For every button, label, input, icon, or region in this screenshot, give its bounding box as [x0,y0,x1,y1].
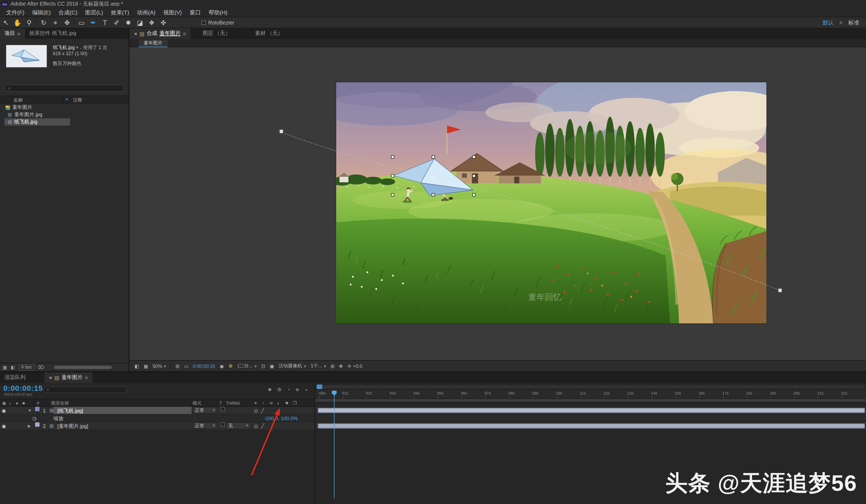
resolution-dropdown[interactable]: (二分... ▾ [238,363,257,369]
trash-icon[interactable]: ⌦ [38,365,45,370]
blend-mode-dropdown[interactable]: 正常 ▾ [192,407,217,413]
menu-item[interactable]: 效果(T) [107,9,133,16]
graph-editor-icon[interactable]: ⌁ [305,387,308,392]
rotobezier-checkbox[interactable] [201,20,206,25]
preserve-transparency-checkbox[interactable] [220,422,225,427]
snapshot-icon[interactable]: ◉ [220,363,224,369]
brush-tool-icon[interactable]: ✐ [111,17,122,28]
magnification-dropdown[interactable]: 50% ▾ [153,363,166,369]
layer-color-swatch[interactable] [35,422,40,427]
column-divider[interactable] [63,96,63,103]
menu-item[interactable]: 动画(A) [133,9,159,16]
region-of-interest-icon[interactable]: ▭ [184,363,189,369]
pan-behind-tool-icon[interactable]: ✥ [62,17,73,28]
project-grid-icon[interactable]: ▦ [3,365,7,370]
stopwatch-icon[interactable]: ◷ [32,414,36,422]
puppet-pin-tool-icon[interactable]: ✜ [158,17,169,28]
draft-3d-icon[interactable]: ✇ [277,387,281,392]
menu-item[interactable]: 图层(L) [81,9,107,16]
menu-item[interactable]: 帮助(H) [204,9,231,16]
layer-visibility-toggle[interactable]: ◉ [2,407,6,414]
layer-2-track[interactable] [315,422,866,430]
project-item-footage-selected[interactable]: ▤ 纸飞机.jpg [0,118,129,125]
property-name-scale[interactable]: 缩放 [53,414,64,422]
hand-tool-icon[interactable]: ✋ [12,17,23,28]
tab-project[interactable]: 项目 ≡ [0,28,25,39]
workspace-menu-icon[interactable]: ≡ [839,20,843,25]
selection-tool-icon[interactable]: ↖ [0,17,12,28]
workspace-default[interactable]: 默认 [823,19,834,26]
rotation-tool-icon[interactable]: ↻ [38,17,49,28]
close-icon[interactable]: × [49,375,52,381]
rotobezier-option[interactable]: RotoBezier [201,20,234,25]
menu-item[interactable]: 视图(V) [159,9,186,16]
workspace-standard[interactable]: 标准 [848,19,859,26]
work-area-bar[interactable] [315,399,866,402]
layer-row-1[interactable]: ◉ ▼ 1 ▤ [纸飞机.jpg] 正常 ▾ ◎ ╱ [0,407,314,414]
close-icon[interactable]: × [134,31,137,37]
comment-column-label[interactable]: 注释 [73,97,82,104]
composition-viewer[interactable]: 童年回忆 [130,47,866,360]
sort-ascending-icon[interactable]: ▲ [65,97,68,101]
shape-tool-icon[interactable]: ▭ [76,17,88,28]
eraser-tool-icon[interactable]: ◪ [134,17,146,28]
pixel-aspect-icon[interactable]: ▣ [270,363,274,369]
pen-tool-icon[interactable]: ✒ [88,17,99,28]
scale-value[interactable]: -100.0, 100.0% [264,414,298,422]
grid-guides-icon[interactable]: ⊞ [176,363,179,369]
work-area-start-marker[interactable] [317,385,322,389]
text-tool-icon[interactable]: T [99,17,111,28]
layer-1-track[interactable] [315,407,866,414]
camera-tool-icon[interactable]: ⌖ [49,17,62,28]
menu-item[interactable]: 窗口 [186,9,204,16]
panel-menu-icon[interactable]: ≡ [17,31,21,37]
project-search-box[interactable]: ⌕ [4,84,125,92]
camera-view-dropdown[interactable]: 活动摄像机 ▾ [278,363,306,369]
target-region-icon[interactable]: ⊡ [261,363,265,369]
layer-name[interactable]: [童年图片.jpg] [57,422,88,430]
menu-item[interactable]: 文件(F) [2,9,28,16]
channels-icon[interactable] [228,363,233,368]
view-layout-dropdown[interactable]: 1个... ▾ [311,363,326,369]
tab-composition[interactable]: × ▤ 合成 童年图片 ≡ [130,28,190,39]
viewer-tab-comp[interactable]: 童年图片 [139,39,168,47]
tab-footage[interactable]: 素材 （无） [251,28,288,39]
parent-pickwhip-icon[interactable]: ◎ [254,422,258,430]
frame-blend-master-icon[interactable]: ≋ [296,387,300,392]
bit-depth-button[interactable]: 8 bpc [19,364,34,370]
flowchart-icon[interactable]: ❖ [267,387,272,392]
path-end-handle[interactable] [778,288,782,293]
viewer-time-display[interactable]: 0:00:00:15 [193,363,215,369]
layer-name-column-label[interactable]: 图层名称 [51,400,69,407]
tab-layer[interactable]: 图层 （无） [198,28,235,39]
layer-expander-open[interactable]: ▼ [28,407,32,414]
menu-item[interactable]: 合成(C) [55,9,81,16]
menu-item[interactable]: 编辑(E) [28,9,55,16]
parent-pickwhip-icon[interactable]: ◎ [254,407,258,414]
zoom-tool-icon[interactable]: ⚲ [23,17,35,28]
layer-expander-closed[interactable]: ▶ [28,422,31,430]
current-time-display[interactable]: 0:00:00:15 [3,384,43,392]
tab-render-queue[interactable]: 渲染队列 [0,373,30,383]
project-item-footage[interactable]: ▤ 童年图片.jpg [0,111,129,118]
tab-timeline-comp[interactable]: × ▤ 童年图片 ≡ [45,373,92,383]
preserve-transparency-checkbox[interactable] [220,407,225,411]
tab-effect-controls[interactable]: 效果控件 纸飞机.jpg [25,28,81,39]
scale-property-track[interactable] [315,414,866,422]
panel-menu-icon[interactable]: ≡ [85,375,88,381]
transparency-grid-icon[interactable]: ▦ [144,363,148,369]
parent-pickwhip-slash-icon[interactable]: ╱ [261,422,264,430]
panel-menu-icon[interactable]: ≡ [183,31,186,37]
project-split-icon[interactable]: ◧ [11,365,15,370]
layer-row-2[interactable]: ◉ ▶ 2 ▤ [童年图片.jpg] 正常 ▾ 无 ▾ ◎ ╱ [0,422,314,430]
blend-mode-dropdown[interactable]: 正常 ▾ [192,422,217,429]
time-ruler[interactable]: :00s01s02s03s04s05s06s07s08s09s10s11s12s… [315,390,866,399]
trkmat-dropdown[interactable]: 无 ▾ [226,422,251,429]
motion-blur-master-icon[interactable]: ◔ [287,387,290,392]
horizontal-scrollbar[interactable] [54,366,112,369]
layer-2-duration-bar[interactable] [318,424,865,428]
footage-caret-icon[interactable]: ▾ [76,45,78,50]
parent-pickwhip-slash-icon[interactable]: ╱ [261,407,264,414]
timeline-search-box[interactable]: ⌕ [44,386,127,393]
name-column-label[interactable]: 名称 [13,97,23,104]
